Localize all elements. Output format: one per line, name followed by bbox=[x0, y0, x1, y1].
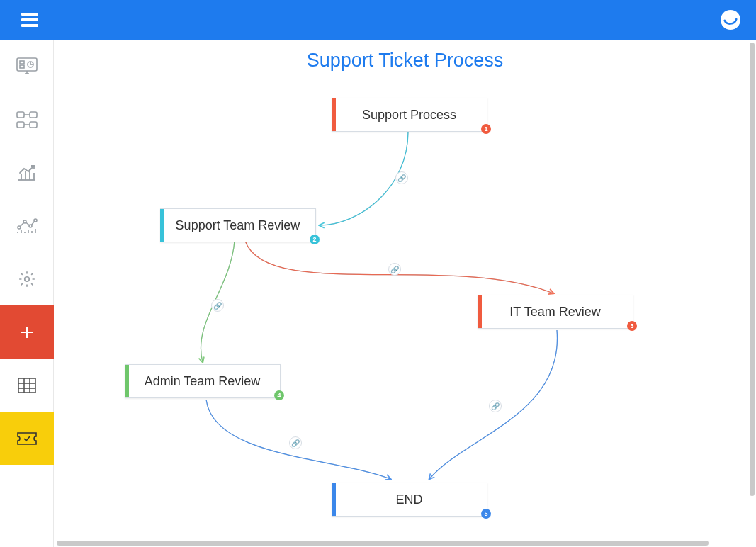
analytics-icon bbox=[16, 218, 38, 235]
sidebar-item-reports[interactable] bbox=[0, 146, 54, 199]
vertical-scrollbar[interactable] bbox=[750, 43, 755, 543]
sidebar-item-dashboard[interactable] bbox=[0, 40, 54, 93]
node-label: Support Process bbox=[342, 108, 477, 123]
sidebar-item-grid[interactable] bbox=[0, 359, 54, 412]
link-icon: 🔗 bbox=[395, 171, 408, 184]
sidebar-item-analytics[interactable] bbox=[0, 199, 54, 252]
add-icon bbox=[20, 325, 34, 339]
horizontal-scrollbar[interactable] bbox=[57, 541, 750, 546]
node-end[interactable]: END 5 bbox=[332, 483, 487, 517]
sidebar bbox=[0, 40, 54, 547]
svg-rect-10 bbox=[17, 122, 24, 128]
svg-rect-32 bbox=[18, 378, 35, 393]
page-title: Support Ticket Process bbox=[54, 50, 756, 72]
app-logo bbox=[721, 10, 740, 30]
sidebar-item-add[interactable] bbox=[0, 305, 54, 359]
top-bar bbox=[0, 0, 756, 40]
reports-icon bbox=[17, 164, 37, 181]
node-label: Admin Team Review bbox=[135, 374, 270, 389]
node-badge: 2 bbox=[310, 235, 320, 244]
link-icon: 🔗 bbox=[289, 436, 302, 449]
svg-rect-9 bbox=[30, 112, 37, 118]
menu-toggle-button[interactable] bbox=[21, 13, 38, 27]
svg-rect-11 bbox=[30, 122, 37, 128]
svg-rect-4 bbox=[20, 65, 24, 68]
node-badge: 4 bbox=[274, 390, 284, 400]
node-badge: 3 bbox=[627, 321, 637, 331]
node-support-process[interactable]: Support Process 1 bbox=[332, 98, 487, 132]
node-label: IT Team Review bbox=[487, 305, 623, 320]
link-icon: 🔗 bbox=[388, 263, 401, 276]
svg-point-29 bbox=[25, 276, 30, 281]
node-label: END bbox=[342, 492, 477, 507]
node-badge: 1 bbox=[481, 124, 491, 134]
sidebar-item-settings[interactable] bbox=[0, 252, 54, 305]
svg-rect-8 bbox=[17, 112, 24, 118]
relations-icon bbox=[16, 111, 38, 128]
node-badge: 5 bbox=[481, 509, 491, 519]
node-admin-team-review[interactable]: Admin Team Review 4 bbox=[125, 364, 281, 398]
link-icon: 🔗 bbox=[489, 400, 502, 412]
svg-rect-3 bbox=[20, 61, 24, 64]
dashboard-icon bbox=[16, 57, 38, 76]
process-canvas[interactable]: Support Ticket Process bbox=[54, 40, 756, 547]
node-support-team-review[interactable]: Support Team Review 2 bbox=[160, 208, 316, 242]
grid-icon bbox=[18, 378, 36, 393]
settings-icon bbox=[18, 270, 36, 288]
svg-point-19 bbox=[18, 226, 21, 229]
node-label: Support Team Review bbox=[170, 218, 305, 233]
svg-point-22 bbox=[34, 219, 37, 222]
link-icon: 🔗 bbox=[211, 299, 224, 312]
ticket-icon bbox=[16, 432, 38, 446]
node-it-team-review[interactable]: IT Team Review 3 bbox=[478, 295, 633, 329]
sidebar-item-ticket[interactable] bbox=[0, 412, 54, 465]
sidebar-item-relations[interactable] bbox=[0, 93, 54, 146]
